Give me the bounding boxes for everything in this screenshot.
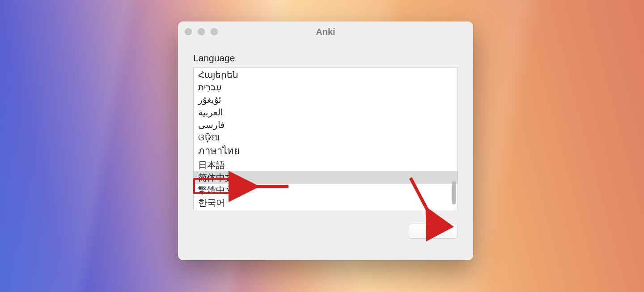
language-option[interactable]: ئۇيغۇر — [194, 93, 458, 106]
language-option[interactable]: 简体中文 — [194, 171, 458, 184]
close-window-button[interactable] — [185, 28, 192, 35]
language-option[interactable]: 한국어 — [194, 196, 458, 209]
minimize-window-button[interactable] — [198, 28, 205, 35]
desktop-wallpaper: Anki Language Հայերենעִבְרִיתئۇيغۇرالعرب… — [0, 0, 644, 292]
language-label: Language — [193, 53, 458, 63]
ok-button[interactable]: OK — [408, 224, 458, 239]
dialog-content: Language Հայերենעִבְרִיתئۇيغۇرالعربيةفار… — [178, 42, 473, 248]
dialog-button-row: OK — [193, 224, 458, 239]
language-option[interactable]: 日本語 — [194, 159, 458, 171]
language-option[interactable]: ଓଡ଼ିଆ — [194, 131, 458, 144]
zoom-window-button[interactable] — [211, 28, 218, 35]
scrollbar-thumb[interactable] — [452, 181, 456, 204]
language-option[interactable]: 繁體中文 — [194, 184, 458, 196]
traffic-lights — [185, 28, 218, 35]
language-option[interactable]: العربية — [194, 106, 458, 118]
language-option[interactable]: ภาษาไทย — [194, 144, 458, 159]
language-option[interactable]: فارسی — [194, 118, 458, 131]
language-list-items: Հայերենעִבְרִיתئۇيغۇرالعربيةفارسیଓଡ଼ିଆภา… — [194, 68, 458, 210]
window-title: Anki — [178, 27, 473, 37]
window-titlebar: Anki — [178, 21, 473, 42]
language-option[interactable]: Հայերեն — [194, 68, 458, 81]
anki-dialog-window: Anki Language Հայերենעִבְרִיתئۇيغۇرالعرب… — [178, 21, 473, 260]
language-listbox[interactable]: Հայերենעִבְרִיתئۇيغۇرالعربيةفارسیଓଡ଼ିଆภา… — [193, 67, 458, 210]
language-option[interactable]: עִבְרִית — [194, 81, 458, 93]
